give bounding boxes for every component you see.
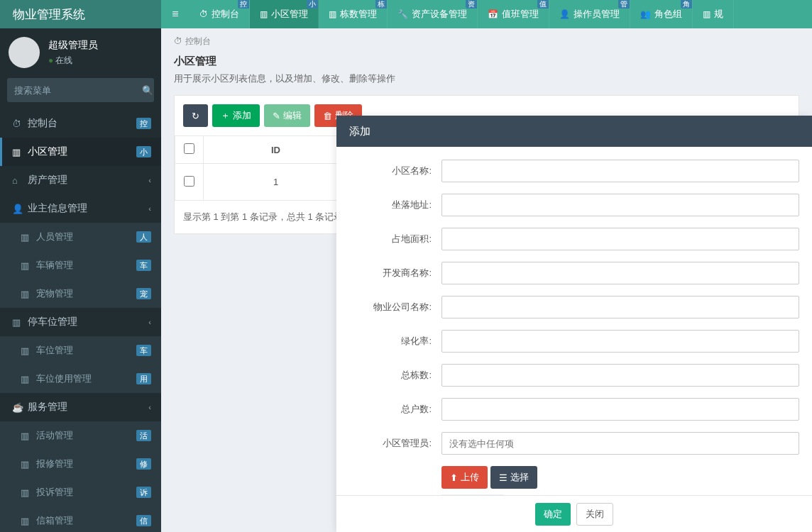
ok-button[interactable]: 确定 — [535, 503, 571, 526]
modal-title: 添加 — [336, 116, 812, 147]
th-1: ID — [204, 136, 349, 164]
sidebar-toggle-button[interactable]: ≡ — [161, 0, 190, 28]
tab-badge: 控 — [238, 0, 249, 9]
edit-button[interactable]: ✎编辑 — [264, 104, 310, 127]
menu-item-12[interactable]: ▥报修管理修 — [0, 450, 161, 478]
tab-4[interactable]: 📅值班管理值 — [478, 0, 549, 28]
tab-label: 控制台 — [212, 8, 239, 21]
menu-badge: 小 — [136, 146, 151, 157]
menu-icon: ▥ — [21, 345, 36, 356]
menu-icon: ▥ — [21, 232, 36, 243]
menu-item-5[interactable]: ▥车辆管理车 — [0, 251, 161, 279]
row-checkbox[interactable] — [184, 176, 194, 187]
refresh-icon: ↻ — [192, 111, 199, 121]
chevron-left-icon: ‹ — [148, 204, 151, 213]
page-title: 小区管理 — [174, 55, 799, 68]
form-input-3[interactable] — [441, 262, 799, 284]
sidebar-menu: ⏱控制台控▥小区管理小⌂房产管理‹👤业主信息管理‹▥人员管理人▥车辆管理车▥宠物… — [0, 109, 161, 532]
admin-select[interactable] — [441, 432, 799, 455]
menu-item-8[interactable]: ▥车位管理车 — [0, 336, 161, 365]
menu-item-1[interactable]: ▥小区管理小 — [0, 138, 161, 166]
tab-icon: 🔧 — [397, 9, 408, 19]
menu-label: 车位使用管理 — [36, 372, 136, 385]
cell-id: 1 — [204, 164, 349, 201]
form-input-6[interactable] — [441, 364, 799, 387]
close-button[interactable]: 关闭 — [576, 503, 613, 526]
menu-item-0[interactable]: ⏱控制台控 — [0, 109, 161, 138]
form-input-4[interactable] — [441, 296, 799, 318]
menu-icon: ▥ — [21, 431, 36, 441]
tab-6[interactable]: 👥角色组角 — [630, 0, 693, 28]
menu-icon: ▥ — [21, 516, 36, 526]
form-label: 总栋数: — [349, 369, 441, 382]
tab-5[interactable]: 👤操作员管理管 — [549, 0, 630, 28]
menu-label: 活动管理 — [36, 429, 136, 442]
menu-label: 停车位管理 — [28, 316, 148, 328]
tab-icon: ▥ — [703, 9, 710, 19]
topbar: 物业管理系统 ≡ ⏱控制台控▥小区管理小▥栋数管理栋🔧资产设备管理资📅值班管理值… — [0, 0, 812, 28]
tab-label: 值班管理 — [502, 8, 539, 21]
search-icon[interactable]: 🔍 — [141, 85, 154, 96]
chevron-left-icon: ‹ — [148, 403, 151, 411]
status-dot-icon: ● — [48, 55, 53, 65]
menu-icon: ▥ — [21, 459, 36, 470]
menu-item-3[interactable]: 👤业主信息管理‹ — [0, 194, 161, 223]
plus-icon: ＋ — [221, 109, 230, 122]
search-input[interactable] — [7, 85, 141, 96]
user-name: 超级管理员 — [48, 39, 98, 52]
tab-7[interactable]: ▥规 — [693, 0, 734, 28]
form-row-admin: 小区管理员: — [336, 432, 812, 455]
tab-2[interactable]: ▥栋数管理栋 — [319, 0, 388, 28]
dashboard-icon: ⏱ — [174, 36, 182, 46]
form-row-6: 总栋数: — [336, 364, 812, 387]
menu-item-14[interactable]: ▥信箱管理信 — [0, 506, 161, 532]
th-0 — [175, 136, 204, 164]
menu-badge: 车 — [136, 345, 151, 356]
menu-label: 信箱管理 — [36, 514, 136, 527]
choose-button[interactable]: ☰ 选择 — [490, 466, 537, 489]
form-label: 物业公司名称: — [349, 301, 441, 314]
menu-item-6[interactable]: ▥宠物管理宠 — [0, 279, 161, 308]
menu-badge: 修 — [136, 458, 151, 470]
menu-icon: ▥ — [21, 260, 36, 271]
form-label: 坐落地址: — [349, 199, 441, 211]
trash-icon: 🗑 — [323, 111, 332, 121]
menu-icon: ▥ — [12, 147, 28, 157]
menu-item-11[interactable]: ▥活动管理活 — [0, 421, 161, 450]
form-input-7[interactable] — [441, 398, 799, 421]
form-input-2[interactable] — [441, 228, 799, 250]
select-all-checkbox[interactable] — [184, 143, 194, 154]
form-input-0[interactable] — [441, 160, 799, 182]
upload-button[interactable]: ⬆ 上传 — [441, 466, 488, 489]
menu-icon: ▥ — [12, 317, 28, 328]
menu-item-2[interactable]: ⌂房产管理‹ — [0, 166, 161, 194]
tab-3[interactable]: 🔧资产设备管理资 — [388, 0, 478, 28]
tab-label: 角色组 — [654, 8, 682, 21]
tab-label: 规 — [714, 8, 723, 21]
tab-icon: 📅 — [488, 9, 498, 19]
page-desc: 用于展示小区列表信息，以及增加、修改、删除等操作 — [174, 72, 799, 85]
form-input-5[interactable] — [441, 330, 799, 353]
menu-badge: 车 — [136, 260, 151, 271]
menu-item-4[interactable]: ▥人员管理人 — [0, 223, 161, 251]
menu-label: 报修管理 — [36, 458, 136, 470]
menu-icon: ▥ — [21, 289, 36, 299]
menu-item-7[interactable]: ▥停车位管理‹ — [0, 308, 161, 336]
form-row-thumb: 缩略图:⬆ 上传 ☰ 选择 — [336, 466, 812, 495]
form-row-3: 开发商名称: — [336, 262, 812, 284]
menu-item-10[interactable]: ☕服务管理‹ — [0, 393, 161, 421]
menu-label: 小区管理 — [28, 145, 136, 158]
menu-item-9[interactable]: ▥车位使用管理用 — [0, 365, 161, 393]
add-button[interactable]: ＋添加 — [212, 104, 260, 127]
tab-badge: 角 — [681, 0, 692, 9]
menu-label: 宠物管理 — [36, 287, 136, 300]
menu-icon: ▥ — [21, 487, 36, 498]
user-panel: 超级管理员 ●在线 — [0, 28, 161, 78]
form-input-1[interactable] — [441, 194, 799, 216]
tab-1[interactable]: ▥小区管理小 — [250, 0, 319, 28]
menu-badge: 宠 — [136, 288, 151, 299]
tab-0[interactable]: ⏱控制台控 — [190, 0, 250, 28]
menu-badge: 用 — [136, 373, 151, 384]
menu-item-13[interactable]: ▥投诉管理诉 — [0, 478, 161, 506]
refresh-button[interactable]: ↻ — [183, 104, 208, 127]
